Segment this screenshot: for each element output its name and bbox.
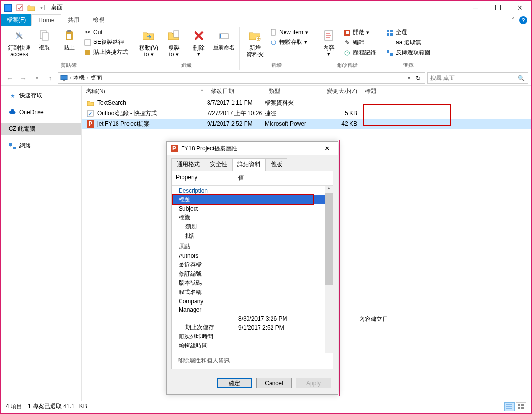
header-value[interactable]: 值 xyxy=(234,173,333,183)
tab-security[interactable]: 安全性 xyxy=(205,158,233,171)
new-item-button[interactable]: New item ▾ xyxy=(269,28,309,37)
svg-text:P: P xyxy=(172,145,176,152)
property-row-comments[interactable]: 批註 xyxy=(172,231,333,240)
copy-path-button[interactable]: SE複製路徑 xyxy=(83,38,129,47)
help-icon[interactable]: ? xyxy=(519,16,527,24)
property-grid[interactable]: Description 標題 Subject 標籤 類別 批註 原點 Autho… xyxy=(172,186,333,353)
property-row-last-saved-by[interactable]: 最近存檔 xyxy=(172,260,333,269)
search-box[interactable]: 🔍 xyxy=(427,72,528,84)
delete-button[interactable]: 刪除▾ xyxy=(187,27,210,58)
remove-properties-link[interactable]: 移除屬性和個人資訊 xyxy=(172,353,333,369)
ribbon-collapse-icon[interactable]: ˄ xyxy=(512,17,515,24)
scrollbar-thumb[interactable] xyxy=(325,193,333,285)
header-property[interactable]: Property xyxy=(172,173,234,183)
breadcrumb-desktop[interactable]: 桌面 xyxy=(91,74,102,82)
properties-button[interactable]: 內容▾ xyxy=(317,27,340,58)
address-dropdown-icon[interactable]: ▾ xyxy=(405,75,413,80)
address-bar[interactable]: › 本機 › 桌面 ▾ ↻ xyxy=(58,72,425,84)
open-button[interactable]: 開啟 ▾ xyxy=(342,28,377,37)
property-row-revision[interactable]: 修訂編號 xyxy=(172,269,333,279)
tab-previous-versions[interactable]: 舊版 xyxy=(265,158,287,171)
pin-to-quick-button[interactable]: 釘到快速access xyxy=(8,27,31,58)
scrollbar[interactable]: ▴ xyxy=(325,186,333,353)
chevron-right-icon[interactable]: › xyxy=(87,75,88,80)
easy-access-icon xyxy=(270,39,277,46)
rename-icon xyxy=(216,28,232,43)
invert-selection-button[interactable]: 反轉選取範圍 xyxy=(385,48,431,57)
edit-button[interactable]: ✎編輯 xyxy=(342,38,377,47)
property-row-program[interactable]: 程式名稱 xyxy=(172,288,333,297)
nav-back-button[interactable]: ← xyxy=(4,72,15,84)
property-row-authors[interactable]: Authors xyxy=(172,252,333,260)
property-row-subject[interactable]: Subject xyxy=(172,204,333,213)
cut-button[interactable]: ✂Cut xyxy=(83,28,129,37)
history-button[interactable]: 歷程記錄 xyxy=(342,48,377,57)
property-row-version[interactable]: 版本號碼 xyxy=(172,279,333,288)
property-row-last-printed[interactable]: 前次列印時間 xyxy=(172,332,333,341)
select-all-icon xyxy=(386,29,394,37)
column-title[interactable]: 標題 xyxy=(361,87,448,95)
nav-recent-button[interactable]: ▾ xyxy=(31,72,42,84)
paste-button[interactable]: 貼上 xyxy=(58,27,81,51)
search-input[interactable] xyxy=(430,75,518,81)
close-button[interactable]: ✕ xyxy=(509,1,531,14)
dialog-close-button[interactable]: ✕ xyxy=(321,143,334,154)
tab-file[interactable]: 檔案(F) xyxy=(1,14,31,26)
column-date[interactable]: 修改日期 xyxy=(207,87,265,95)
column-size[interactable]: 變更大小(Z) xyxy=(323,87,361,95)
tab-details[interactable]: 詳細資料 xyxy=(232,158,266,171)
table-row[interactable]: Outlook記錄 - 快捷方式 7/27/2017 上午 10:26 捷徑 5… xyxy=(82,108,531,119)
ok-button[interactable]: 確定 xyxy=(217,378,252,388)
sidebar-item-onedrive[interactable]: OneDrive xyxy=(1,107,81,118)
property-row-created[interactable]: 8/30/2017 3:26 PM xyxy=(172,314,333,323)
refresh-icon[interactable]: ↻ xyxy=(414,75,423,81)
move-to-button[interactable]: 移動(V)to ▾ xyxy=(137,27,160,58)
property-row-last-saved[interactable]: 期上次儲存9/1/2017 2:52 PM xyxy=(172,323,333,332)
property-row-tags[interactable]: 標籤 xyxy=(172,213,333,222)
dialog-body: Property 值 Description 標題 Subject 標籤 類別 … xyxy=(171,171,333,369)
column-type[interactable]: 類型 xyxy=(265,87,323,95)
tab-general[interactable]: 通用格式 xyxy=(171,158,205,171)
property-row-total-edit-time[interactable]: 編輯總時間 xyxy=(172,341,333,350)
select-none-button[interactable]: aa 選取無 xyxy=(385,38,431,47)
property-row-company[interactable]: Company xyxy=(172,297,333,306)
view-details-button[interactable] xyxy=(504,402,515,411)
apply-button[interactable]: Apply xyxy=(296,378,331,388)
property-row-category[interactable]: 類別 xyxy=(172,222,333,231)
easy-access-button[interactable]: 輕鬆存取 ▾ xyxy=(269,38,309,47)
dialog-titlebar[interactable]: P FY18 Project提案屬性 ✕ xyxy=(167,142,338,155)
search-icon[interactable]: 🔍 xyxy=(518,75,525,81)
sidebar-item-quick-access[interactable]: ★快速存取 xyxy=(1,90,81,102)
table-row[interactable]: TextSearch 8/7/2017 1:11 PM 檔案資料夾 xyxy=(82,97,531,108)
nav-up-button[interactable]: ↑ xyxy=(44,72,56,84)
new-folder-icon xyxy=(247,28,263,43)
view-large-icons-button[interactable] xyxy=(516,402,526,411)
paste-shortcut-button[interactable]: 貼上快捷方式 xyxy=(83,48,129,57)
tab-share[interactable]: 共用 xyxy=(61,14,86,26)
rename-button[interactable]: 重新命名 xyxy=(212,27,235,51)
scroll-up-icon[interactable]: ▴ xyxy=(325,186,333,193)
ribbon-group-select-label: 選擇 xyxy=(385,61,431,70)
sidebar-item-this-pc[interactable]: CZ 此電腦 xyxy=(1,123,81,135)
tab-home[interactable]: Home xyxy=(31,14,61,26)
breadcrumb-thispc[interactable]: 本機 xyxy=(73,74,85,82)
status-bar: 4 項目 1 專案已選取 41.1 KB xyxy=(2,401,530,412)
copy-to-button[interactable]: 複製to ▾ xyxy=(162,27,185,58)
qat-dropdown-icon[interactable]: ▾ | xyxy=(38,2,48,13)
maximize-button[interactable] xyxy=(487,1,509,14)
property-row-manager[interactable]: Manager xyxy=(172,306,333,314)
column-name[interactable]: 名稱(N)˄ xyxy=(82,87,207,95)
select-all-button[interactable]: 全選 xyxy=(385,28,431,37)
copy-button[interactable]: 複製 xyxy=(33,27,56,51)
qat-checkbox-icon[interactable] xyxy=(14,2,25,13)
nav-forward-button[interactable]: → xyxy=(17,72,29,84)
new-folder-button[interactable]: 新增資料夾 xyxy=(244,27,267,58)
edit-icon: ✎ xyxy=(343,39,351,47)
tab-view[interactable]: 檢視 xyxy=(86,14,111,26)
table-row[interactable]: Pjet FY18 Project提案 9/1/2017 2:52 PM Mic… xyxy=(82,119,531,129)
column-headers: 名稱(N)˄ 修改日期 類型 變更大小(Z) 標題 xyxy=(82,86,531,97)
sidebar-item-network[interactable]: 網路 xyxy=(1,140,81,152)
cancel-button[interactable]: Cancel xyxy=(256,378,292,388)
chevron-right-icon[interactable]: › xyxy=(70,75,71,80)
minimize-button[interactable]: ─ xyxy=(465,1,487,14)
